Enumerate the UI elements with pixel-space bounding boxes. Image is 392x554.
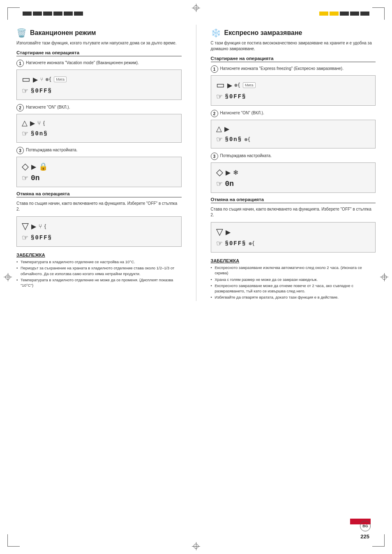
arrow-right-1a: ▶ xyxy=(33,76,38,83)
right-display-row-3b: ☞ 0n xyxy=(216,179,234,188)
column-divider xyxy=(196,25,196,301)
hand-icon-cancel: ☞ xyxy=(22,233,28,242)
vacation-icon: 🗑️ xyxy=(16,28,27,38)
left-display-row-3b: ☞ 0n xyxy=(22,174,40,183)
triangle-down-cancel: ▽ xyxy=(22,221,29,232)
left-display-row-2a: △ ▶ ⑂ { xyxy=(22,118,45,127)
vacation-icon-cancel: ⑂ xyxy=(39,223,42,229)
right-step-3-header: 3 Потвърждава настройката. xyxy=(211,153,376,160)
snowflake-r3: ❄ xyxy=(233,169,238,176)
crosshair-bottom xyxy=(192,542,200,550)
main-content: 🗑️ Ваканционен режим Използвайте тази фу… xyxy=(16,25,376,529)
hand-icon-2: ☞ xyxy=(22,129,28,138)
right-step-2-header: 2 Натиснете "ON" (ВКЛ.). xyxy=(211,110,376,117)
left-note-title: ЗАБЕЛЕЖКА xyxy=(16,253,182,257)
right-step-3-text: Потвърждава настройката. xyxy=(220,153,272,159)
right-step-2: 2 Натиснете "ON" (ВКЛ.). △ ▶ ☞ §0n§ ❆{ xyxy=(211,110,376,148)
triangle-up-icon-2: △ xyxy=(22,118,28,127)
diamond-icon-3: ◇ xyxy=(22,161,29,172)
left-step-2-text: Натиснете "ON" (ВКЛ.). xyxy=(26,104,70,110)
left-display-inner-2: △ ▶ ⑂ { ☞ §0n§ xyxy=(22,118,48,138)
right-section-title: ❄️ Експресно замразяване xyxy=(211,28,376,38)
off-display-r1: §0FF§ xyxy=(225,93,247,100)
top-bar-right xyxy=(319,12,369,16)
hand-icon-r2: ☞ xyxy=(216,135,223,144)
right-display-inner-1: ▭ ▶ ❆{ Мига ☞ §0FF§ xyxy=(216,80,256,101)
left-note-item-3: Температурата в хладилното отделение не … xyxy=(16,277,182,288)
express-freeze-icon: ❄️ xyxy=(211,28,221,38)
right-column: ❄️ Експресно замразяване С тази функция … xyxy=(211,25,376,301)
on-confirmed-r3: 0n xyxy=(225,180,234,188)
left-cancel-row-a: ▽ ▶ ⑂ { xyxy=(22,221,46,232)
right-display-row-2b: ☞ §0n§ ❆{ xyxy=(216,135,251,144)
right-note-item-2: Храна с голям размер не може да се замра… xyxy=(211,277,376,282)
left-display-row-3a: ◇ ▶ 🔒 xyxy=(22,161,48,172)
left-title-text: Ваканционен режим xyxy=(30,29,96,37)
right-display-row-1a: ▭ ▶ ❆{ Мига xyxy=(216,80,256,90)
off-display-1: §0FF§ xyxy=(31,88,52,94)
left-display-inner-1: ▭ ▶ ⑂ ❆{ Мига ☞ §0FF§ xyxy=(22,74,67,95)
left-section-title: 🗑️ Ваканционен режим xyxy=(16,28,182,38)
left-cancel-display-box: ▽ ▶ ⑂ { ☞ §0FF§ xyxy=(16,216,182,247)
left-step-2-num: 2 xyxy=(16,104,24,111)
left-cancel-display-inner: ▽ ▶ ⑂ { ☞ §0FF§ xyxy=(22,221,52,242)
left-note-section: ЗАБЕЛЕЖКА Температурата в хладилното отд… xyxy=(16,253,182,288)
right-start-heading: Стартиране на операцията xyxy=(211,56,376,62)
hand-icon-r-cancel: ☞ xyxy=(216,239,223,248)
on-confirmed-3: 0n xyxy=(31,174,40,182)
right-cancel-row-a: ▽ ▶ xyxy=(216,227,231,237)
right-note-section: ЗАБЕЛЕЖКА Експресното замразяване изключ… xyxy=(211,258,376,300)
express-icon-r1: ❆{ xyxy=(235,82,240,88)
right-cancel-row-b: ☞ §0FF§ ❆{ xyxy=(216,239,255,248)
left-step-3-num: 3 xyxy=(16,147,24,154)
left-display-row-2b: ☞ §0n§ xyxy=(22,129,48,138)
left-cancel-text: Става по същия начин, както включването … xyxy=(16,201,182,212)
arrow-right-2a: ▶ xyxy=(30,119,35,127)
arrow-right-r1: ▶ xyxy=(227,81,232,89)
crosshair-left xyxy=(4,273,12,281)
left-display-inner-3: ◇ ▶ 🔒 ☞ 0n xyxy=(22,161,48,183)
right-step-1-text: Натиснете иконката "Express freezing" (Е… xyxy=(220,65,344,72)
left-display-colon-1: ❆{ xyxy=(46,76,51,82)
vacation-mode-icon-display: ⑂ xyxy=(40,76,43,82)
on-display-r2: §0n§ xyxy=(225,136,242,143)
corner-mark-br xyxy=(372,534,385,547)
right-cancel-heading: Отмяна на операцията xyxy=(211,197,376,203)
express-icon-r2: ❆{ xyxy=(244,137,250,142)
right-cancel-text: Става по същия начин, както включването … xyxy=(211,206,376,218)
right-display-inner-3: ◇ ▶ ❄ ☞ 0n xyxy=(216,167,238,188)
right-step-3: 3 Потвърждава настройката. ◇ ▶ ❄ ☞ 0n xyxy=(211,153,376,193)
left-display-row-1a: ▭ ▶ ⑂ ❆{ Мига xyxy=(22,74,67,85)
arrow-right-3a: ▶ xyxy=(31,163,36,171)
right-description: С тази функция се постига висококачестве… xyxy=(211,40,376,52)
miga-label-r1: Мига xyxy=(243,82,256,88)
left-note-item-2: Периодът за съхранение на храната в хлад… xyxy=(16,265,182,276)
left-display-box-1: ▭ ▶ ⑂ ❆{ Мига ☞ §0FF§ xyxy=(16,70,182,100)
hand-icon-1: ☞ xyxy=(22,86,28,95)
left-step-1: 1 Натиснете иконката "Vacation mode" (Ва… xyxy=(16,60,182,100)
right-note-title: ЗАБЕЛЕЖКА xyxy=(211,258,376,263)
right-title-text: Експресно замразяване xyxy=(224,29,302,37)
vacation-icon-2: ⑂ xyxy=(37,120,41,126)
left-start-heading: Стартиране на операцията xyxy=(16,50,182,56)
triangle-down-r-cancel: ▽ xyxy=(216,227,223,237)
left-cancel-row-b: ☞ §0FF§ xyxy=(22,233,52,242)
fridge-right-1: ▭ xyxy=(216,80,225,90)
right-display-inner-2: △ ▶ ☞ §0n§ ❆{ xyxy=(216,124,251,144)
miga-label-1: Мига xyxy=(54,76,67,82)
arrow-right-r-cancel: ▶ xyxy=(226,228,231,236)
arrow-right-r3: ▶ xyxy=(226,169,231,176)
on-display-2: §0n§ xyxy=(31,130,48,137)
left-display-box-3: ◇ ▶ 🔒 ☞ 0n xyxy=(16,157,182,187)
curly-2: { xyxy=(43,120,45,126)
right-display-box-3: ◇ ▶ ❄ ☞ 0n xyxy=(211,162,376,193)
right-cancel-display-inner: ▽ ▶ ☞ §0FF§ ❆{ xyxy=(216,227,255,248)
diamond-r3: ◇ xyxy=(216,167,223,178)
left-step-1-header: 1 Натиснете иконката "Vacation mode" (Ва… xyxy=(16,60,182,67)
left-note-item-1: Температурата в хладилното отделение се … xyxy=(16,259,182,264)
express-icon-r-cancel: ❆{ xyxy=(249,241,255,246)
right-note-item-3: Експресното замразяване може да отнеме п… xyxy=(211,283,376,294)
hand-icon-3: ☞ xyxy=(22,174,28,183)
off-display-r-cancel: §0FF§ xyxy=(225,240,247,247)
left-step-2: 2 Натиснете "ON" (ВКЛ.). △ ▶ ⑂ { ☞ xyxy=(16,104,182,143)
